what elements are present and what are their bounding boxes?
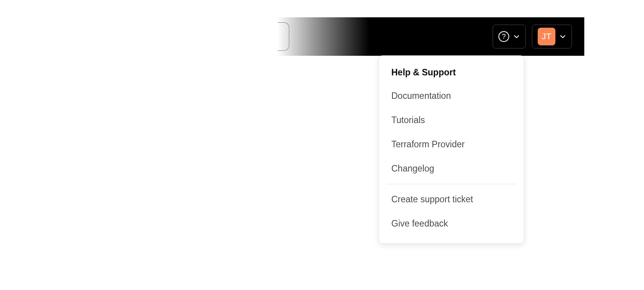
- topbar: ? JT: [277, 17, 584, 56]
- avatar: JT: [538, 28, 555, 45]
- chevron-down-icon: [559, 33, 566, 40]
- help-dropdown: Help & Support Documentation Tutorials T…: [379, 55, 524, 244]
- menu-item-tutorials[interactable]: Tutorials: [379, 108, 524, 132]
- menu-item-documentation[interactable]: Documentation: [379, 84, 524, 108]
- chevron-down-icon: [513, 33, 520, 40]
- menu-item-create-support-ticket[interactable]: Create support ticket: [379, 187, 524, 212]
- dropdown-header: Help & Support: [379, 63, 524, 84]
- search-field-edge: [278, 22, 289, 51]
- menu-item-terraform-provider[interactable]: Terraform Provider: [379, 132, 524, 157]
- menu-item-changelog[interactable]: Changelog: [379, 157, 524, 181]
- user-menu-button[interactable]: JT: [532, 25, 572, 48]
- menu-item-give-feedback[interactable]: Give feedback: [379, 212, 524, 236]
- help-icon: ?: [498, 31, 509, 42]
- help-button[interactable]: ?: [493, 25, 526, 48]
- menu-divider: [387, 184, 516, 184]
